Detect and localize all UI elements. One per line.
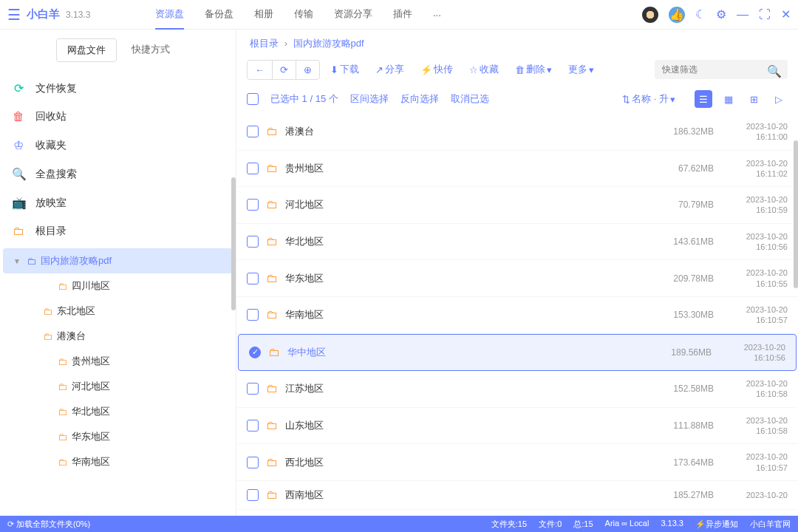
subtab-shortcuts[interactable]: 快捷方式 (121, 38, 180, 62)
minimize-button[interactable]: — (737, 8, 748, 21)
delete-button[interactable]: 🗑删除 ▾ (509, 59, 558, 80)
folder-icon: 🗀 (43, 306, 52, 317)
file-row[interactable]: 🗀 华北地区 143.61MB 2023-10-2016:10:56 (236, 224, 798, 261)
file-size: 70.79MB (647, 200, 714, 210)
chevron-down-icon[interactable]: ▼ (13, 257, 22, 265)
tab-share[interactable]: 资源分享 (334, 0, 372, 30)
more-button[interactable]: 更多 ▾ (562, 59, 600, 80)
view-list-icon[interactable]: ☰ (695, 90, 712, 108)
nav-trash[interactable]: 🗑回收站 (0, 103, 236, 131)
tree-item[interactable]: ▶🗀河北地区 (0, 374, 236, 399)
moon-icon[interactable]: ☾ (695, 7, 706, 21)
total-count: 总:15 (573, 519, 593, 530)
refresh-button[interactable]: ⟳ (272, 61, 296, 79)
nav-favorites[interactable]: ♔收藏夹 (0, 131, 236, 160)
file-name: 华中地区 (287, 346, 638, 359)
range-select[interactable]: 区间选择 (350, 92, 389, 106)
invert-select[interactable]: 反向选择 (400, 92, 439, 106)
tree-item[interactable]: ▶🗀贵州地区 (0, 349, 236, 374)
close-button[interactable]: ✕ (781, 7, 791, 21)
favorite-button[interactable]: ☆收藏 (463, 59, 505, 80)
subtab-files[interactable]: 网盘文件 (56, 38, 117, 62)
tab-plugin[interactable]: 插件 (393, 0, 412, 30)
file-row[interactable]: 🗀 华东地区 209.78MB 2023-10-2016:10:55 (236, 260, 798, 297)
file-row[interactable]: 🗀 山东地区 111.88MB 2023-10-2016:10:58 (236, 408, 798, 445)
folder-icon: 🗀 (58, 406, 67, 417)
breadcrumb: 根目录 › 国内旅游攻略pdf (236, 30, 798, 55)
notification-link[interactable]: ⚡异步通知 (695, 519, 738, 530)
tree-item-current[interactable]: ▼ 🗀 国内旅游攻略pdf (3, 248, 233, 273)
tree-item[interactable]: ▶🗀东北地区 (0, 299, 236, 324)
folder-icon: 🗀 (266, 488, 278, 502)
gear-icon[interactable]: ⚙ (716, 7, 726, 21)
tab-album[interactable]: 相册 (254, 0, 273, 30)
folder-icon: 🗀 (27, 256, 36, 267)
row-checkbox[interactable] (247, 489, 259, 501)
tree-item[interactable]: ▶🗀华南地区 (0, 449, 236, 474)
tab-resource[interactable]: 资源盘 (155, 0, 184, 30)
row-checkbox[interactable] (247, 273, 259, 284)
row-checkbox[interactable] (247, 236, 259, 248)
row-checkbox[interactable] (247, 383, 259, 395)
cancel-select[interactable]: 取消已选 (451, 92, 489, 106)
tree-item[interactable]: ▶🗀港澳台 (0, 324, 236, 349)
maximize-button[interactable]: ⛶ (759, 8, 771, 21)
row-checkbox[interactable] (247, 163, 259, 174)
view-large-icon[interactable]: ⊞ (745, 90, 763, 108)
search-icon[interactable]: 🔍 (767, 64, 782, 78)
file-row[interactable]: 🗀 河北地区 70.79MB 2023-10-2016:10:59 (236, 187, 798, 224)
tv-icon: 📺 (12, 196, 25, 210)
tree-item[interactable]: ▶🗀华北地区 (0, 399, 236, 424)
file-row[interactable]: 🗀 港澳台 186.32MB 2023-10-2016:11:00 (236, 114, 798, 151)
tab-more[interactable]: ... (433, 0, 441, 30)
trash-icon: 🗑 (12, 110, 25, 123)
target-button[interactable]: ⊕ (296, 61, 319, 79)
file-row[interactable]: 🗀 贵州地区 67.62MB 2023-10-2016:11:02 (236, 151, 798, 188)
tab-backup[interactable]: 备份盘 (205, 0, 233, 30)
tree-item[interactable]: ▶🗀四川地区 (0, 273, 236, 299)
tab-transfer[interactable]: 传输 (294, 0, 313, 30)
tree-item[interactable]: ▶🗀华东地区 (0, 424, 236, 449)
file-row[interactable]: 🗀 江苏地区 152.58MB 2023-10-2016:10:58 (236, 371, 798, 408)
folder-icon: 🗀 (43, 331, 52, 342)
nav-theater[interactable]: 📺放映室 (0, 188, 236, 217)
selection-bar: 已选中 1 / 15 个 区间选择 反向选择 取消已选 ⇅名称 · 升 ▾ ☰ … (236, 84, 798, 114)
app-name: 小白羊 (27, 7, 60, 21)
status-bar: ⟳ 加载全部文件夹(0%) 文件夹:15 文件:0 总:15 Aria ∞ Lo… (0, 516, 798, 532)
row-checkbox[interactable] (247, 309, 259, 321)
nav-restore[interactable]: ⟳文件恢复 (0, 74, 236, 103)
fast-button[interactable]: ⚡快传 (415, 59, 459, 80)
sidebar-scrollbar[interactable] (231, 177, 236, 310)
folder-icon: 🗀 (266, 125, 278, 138)
breadcrumb-current[interactable]: 国内旅游攻略pdf (293, 38, 364, 49)
share-button[interactable]: ↗分享 (369, 59, 410, 80)
file-row[interactable]: 🗀 西南地区 185.27MB 2023-10-20 (236, 481, 798, 510)
folder-icon: 🗀 (266, 162, 278, 175)
official-site-link[interactable]: 小白羊官网 (750, 519, 791, 530)
file-row[interactable]: 🗀 华南地区 153.30MB 2023-10-2016:10:57 (236, 297, 798, 334)
row-checkbox[interactable]: ✓ (249, 347, 261, 358)
thumbs-up-icon[interactable]: 👍 (669, 7, 685, 23)
nav-search[interactable]: 🔍全盘搜索 (0, 160, 236, 188)
download-button[interactable]: ⬇下载 (324, 59, 365, 80)
main-scrollbar[interactable] (794, 140, 798, 288)
row-checkbox[interactable] (247, 420, 259, 432)
file-row[interactable]: 🗀 西北地区 173.64MB 2023-10-2016:10:57 (236, 444, 798, 481)
file-name: 西南地区 (285, 488, 640, 502)
aria-status[interactable]: Aria ∞ Local (605, 519, 649, 530)
file-name: 华北地区 (285, 235, 640, 248)
row-checkbox[interactable] (247, 126, 259, 137)
file-size: 189.56MB (645, 347, 712, 358)
file-row[interactable]: ✓ 🗀 华中地区 189.56MB 2023-10-2016:10:56 (238, 334, 797, 372)
row-checkbox[interactable] (247, 457, 259, 468)
row-checkbox[interactable] (247, 199, 259, 211)
view-grid-icon[interactable]: ▦ (720, 90, 737, 108)
avatar[interactable] (642, 7, 658, 23)
view-play-icon[interactable]: ▷ (770, 90, 788, 108)
sort-button[interactable]: ⇅名称 · 升 ▾ (622, 92, 675, 106)
back-button[interactable]: ← (248, 61, 272, 79)
select-all-checkbox[interactable] (247, 93, 259, 105)
nav-root[interactable]: 🗀根目录 (0, 217, 236, 245)
file-name: 山东地区 (285, 419, 640, 432)
breadcrumb-root[interactable]: 根目录 (250, 38, 279, 49)
